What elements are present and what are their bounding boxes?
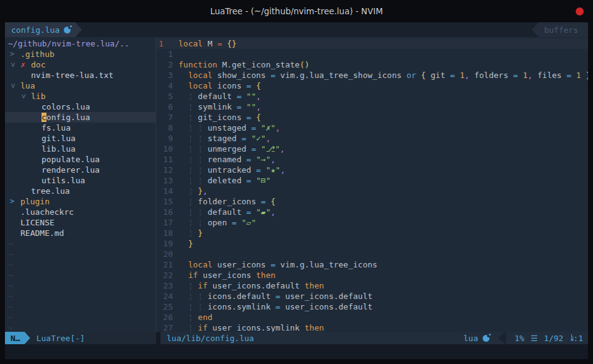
file-name: nvim-tree-lua.txt [31, 70, 113, 80]
tree-item-doc[interactable]: >✗doc [5, 59, 156, 70]
code-line[interactable]: 13 ¦ ¦ deleted = "⊟" [156, 175, 588, 186]
relative-line-number: 19 [156, 238, 173, 249]
filetype-indicator: lua [463, 334, 489, 343]
code-line[interactable]: 25 ¦ ¦ icons.symlink = user_icons.defaul… [156, 301, 588, 312]
code-line[interactable]: 18 ¦ } [156, 228, 588, 238]
tree-item--github[interactable]: >.github [5, 49, 156, 59]
code-line[interactable]: 16 ¦ ¦ default = "▰", [156, 207, 588, 217]
chevron-down-icon[interactable]: > [7, 84, 18, 89]
code-line[interactable]: 12 ¦ ¦ untracked = "★", [156, 165, 588, 175]
relative-line-number: 5 [156, 91, 173, 102]
code-line[interactable]: 5 ¦ default = "", [156, 91, 588, 102]
git-unstaged-icon: ✗ [20, 59, 26, 70]
relative-line-number: 4 [156, 80, 173, 91]
tree-item-license[interactable]: LICENSE [5, 217, 156, 228]
mode-indicator: N… [5, 332, 30, 344]
code-line[interactable]: 2function M.get_icon_state() [156, 59, 588, 70]
code-line[interactable]: 21 local user_icons = vim.g.lua_tree_ico… [156, 259, 588, 270]
file-name: tree.lua [31, 186, 70, 196]
relative-line-number: 1 [156, 49, 173, 59]
code-line[interactable]: 6 ¦ symlink = "", [156, 102, 588, 112]
code-line[interactable]: 23 ¦ if user_icons.default then [156, 280, 588, 291]
code-line[interactable]: 20 [156, 249, 588, 259]
code-line[interactable]: 27 ¦ if user_icons.symlink then [156, 323, 588, 332]
empty-line-tilde: ~ [5, 259, 156, 270]
tree-item--luacheckrc[interactable]: .luacheckrc [5, 207, 156, 217]
cursor-position: 1/92 [544, 334, 563, 343]
chevron-down-icon[interactable]: > [7, 63, 18, 68]
tabline-spacer [82, 22, 532, 37]
tree-item-tree-lua[interactable]: tree.lua [5, 186, 156, 196]
current-file-path: lua/lib/config.lua [167, 334, 254, 343]
code-line[interactable]: 24 ¦ ¦ icons.default = user_icons.defaul… [156, 291, 588, 301]
code-line[interactable]: 17 ¦ ¦ open = "▱" [156, 217, 588, 228]
relative-line-number: 18 [156, 228, 173, 238]
relative-line-number: 26 [156, 312, 173, 323]
nvim-window: config.lua buffers ~/github/nvim-tree.lu… [5, 22, 588, 359]
code-line[interactable]: 1 [156, 49, 588, 59]
tree-item-git-lua[interactable]: git.lua [5, 133, 156, 144]
tree-item-lib-lua[interactable]: lib.lua [5, 144, 156, 154]
close-button[interactable] [576, 7, 584, 15]
tree-item-readme-md[interactable]: README.md [5, 228, 156, 238]
chevron-right-icon[interactable]: > [10, 196, 15, 207]
current-line-number: 1 [156, 38, 173, 49]
code-editor[interactable]: 1local M = {}12function M.get_icon_state… [156, 37, 588, 332]
tree-buffer-name: LuaTree[-] [37, 334, 85, 343]
relative-line-number: 20 [156, 249, 173, 259]
tab-config-lua[interactable]: config.lua [5, 22, 82, 37]
tree-item-nvim-tree-lua-txt[interactable]: nvim-tree-lua.txt [5, 70, 156, 80]
titlebar: LuaTree - (~/github/nvim-tree.lua) - NVI… [0, 0, 593, 22]
file-name: populate.lua [42, 154, 100, 165]
code-line[interactable]: 8 ¦ ¦ unstaged = "✗", [156, 123, 588, 133]
code-line[interactable]: 4 local icons = { [156, 80, 588, 91]
relative-line-number: 6 [156, 102, 173, 112]
file-name: LICENSE [20, 217, 55, 228]
chevron-right-icon[interactable]: > [10, 49, 15, 59]
tree-item-populate-lua[interactable]: populate.lua [5, 154, 156, 165]
tree-item-renderer-lua[interactable]: renderer.lua [5, 165, 156, 175]
empty-line-tilde: ~ [5, 280, 156, 291]
empty-line-tilde: ~ [5, 249, 156, 259]
code-line[interactable]: 10 ¦ ¦ unmerged = "⎇", [156, 144, 588, 154]
relative-line-number: 25 [156, 301, 173, 312]
code-line[interactable]: 19 } [156, 238, 588, 249]
tab-buffers[interactable]: buffers [532, 22, 588, 37]
relative-line-number: 11 [156, 154, 173, 165]
tree-item-fs-lua[interactable]: fs.lua [5, 123, 156, 133]
code-line[interactable]: 3 local show_icons = vim.g.lua_tree_show… [156, 70, 588, 80]
command-line[interactable] [5, 344, 588, 359]
file-tree-pane[interactable]: ~/github/nvim-tree.lua/.. >.github>✗docn… [5, 37, 156, 332]
relative-line-number: 2 [156, 59, 173, 70]
relative-line-number: 8 [156, 123, 173, 133]
code-line[interactable]: 26 ¦ end [156, 312, 588, 323]
tree-item-config-lua[interactable]: config.lua [5, 112, 156, 123]
code-line[interactable]: 9 ¦ ¦ staged = "✓", [156, 133, 588, 144]
folder-name: .github [20, 49, 55, 59]
tree-item-plugin[interactable]: >plugin [5, 196, 156, 207]
code-line[interactable]: 14 ¦ }, [156, 186, 588, 196]
statusline-tree-segment: N… LuaTree[-] [5, 332, 156, 344]
window-title: LuaTree - (~/github/nvim-tree.lua) - NVI… [0, 0, 593, 22]
tree-root-path[interactable]: ~/github/nvim-tree.lua/.. [5, 38, 156, 49]
relative-line-number: 16 [156, 207, 173, 217]
relative-line-number: 7 [156, 112, 173, 123]
relative-line-number: 23 [156, 280, 173, 291]
code-line[interactable]: 11 ¦ ¦ renamed = "→", [156, 154, 588, 165]
lua-moon-icon [64, 27, 71, 33]
chevron-down-icon[interactable]: > [18, 94, 29, 100]
tree-item-lua[interactable]: >lua [5, 80, 156, 91]
main-area: ~/github/nvim-tree.lua/.. >.github>✗docn… [5, 37, 588, 332]
buffers-label: buffers [544, 25, 578, 35]
empty-line-tilde: ~ [5, 270, 156, 280]
folder-name: doc [31, 59, 45, 70]
tree-item-colors-lua[interactable]: colors.lua [5, 102, 156, 112]
code-line[interactable]: 15 ¦ folder_icons = { [156, 196, 588, 207]
empty-line-tilde: ~ [5, 312, 156, 323]
code-line[interactable]: 22 if user_icons then [156, 270, 588, 280]
lua-moon-icon [483, 335, 490, 342]
code-line[interactable]: 7 ¦ git_icons = { [156, 112, 588, 123]
tree-item-lib[interactable]: >lib [5, 91, 156, 102]
code-line[interactable]: 1local M = {} [156, 38, 588, 49]
tree-item-utils-lua[interactable]: utils.lua [5, 175, 156, 186]
